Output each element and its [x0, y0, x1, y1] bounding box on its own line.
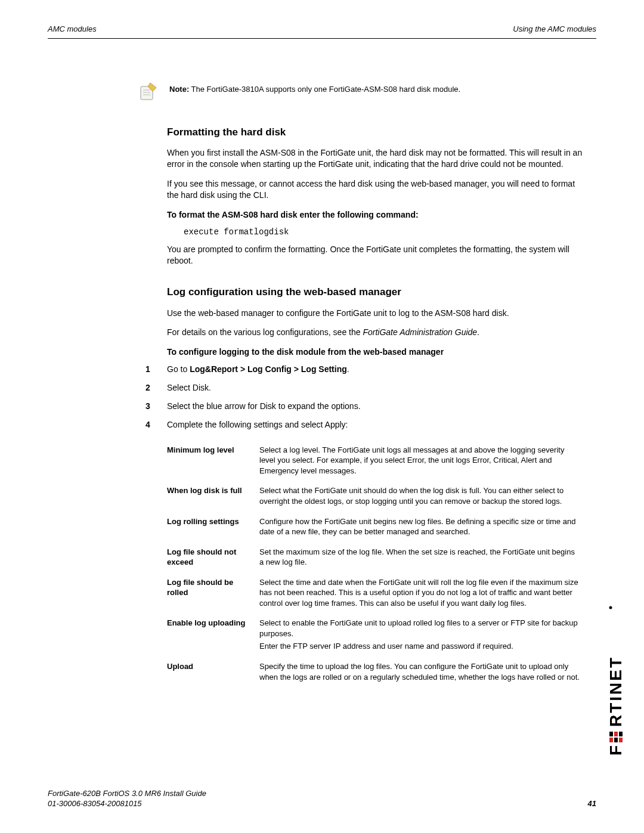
- instruction-heading: To configure logging to the disk module …: [167, 346, 584, 358]
- svg-rect-10: [619, 732, 623, 736]
- svg-rect-9: [619, 738, 623, 742]
- instruction-heading: To format the ASM-S08 hard disk enter th…: [167, 209, 584, 221]
- setting-desc: Set the maximum size of the log file. Wh…: [259, 543, 584, 574]
- guide-reference: FortiGate Administration Guide: [363, 327, 477, 337]
- footer-doc-id: 01-30006-83054-20081015: [48, 798, 206, 809]
- header-right: Using the AMC modules: [513, 24, 596, 35]
- setting-label: Minimum log level: [167, 441, 259, 482]
- setting-desc: Select what the FortiGate unit should do…: [259, 482, 584, 512]
- svg-rect-5: [609, 738, 613, 742]
- step-item: 3 Select the blue arrow for Disk to expa…: [167, 401, 584, 412]
- svg-text:F: F: [607, 744, 625, 755]
- note-block: Note: The FortiGate-3810A supports only …: [137, 80, 584, 102]
- page-header: AMC modules Using the AMC modules: [48, 24, 596, 39]
- step-number: 4: [145, 419, 150, 431]
- settings-table: Minimum log level Select a log level. Th…: [167, 441, 584, 688]
- setting-label: Upload: [167, 658, 259, 688]
- table-row: Upload Specify the time to upload the lo…: [167, 658, 584, 688]
- setting-label: Log file should be rolled: [167, 574, 259, 615]
- footer-left: FortiGate-620B FortiOS 3.0 MR6 Install G…: [48, 788, 206, 809]
- note-icon: [137, 80, 159, 102]
- document-page: AMC modules Using the AMC modules Note: …: [0, 0, 644, 833]
- header-left: AMC modules: [48, 24, 97, 35]
- body-text: If you see this message, or cannot acces…: [167, 178, 584, 201]
- setting-desc: Select to enable the FortiGate unit to u…: [259, 614, 584, 658]
- nav-path: Log&Report > Log Config > Log Setting: [190, 364, 347, 374]
- section-heading-formatting: Formatting the hard disk: [167, 126, 584, 140]
- body-text: For details on the various log configura…: [167, 327, 584, 338]
- setting-label: Enable log uploading: [167, 614, 259, 658]
- fortinet-logo: F RTINET: [607, 600, 627, 755]
- page-number: 41: [588, 798, 596, 809]
- setting-desc: Specify the time to upload the log files…: [259, 658, 584, 688]
- cli-command: execute formatlogdisk: [184, 227, 584, 238]
- table-row: Enable log uploading Select to enable th…: [167, 614, 584, 658]
- step-list: 1 Go to Log&Report > Log Config > Log Se…: [167, 364, 584, 431]
- table-row: Log file should not exceed Set the maxim…: [167, 543, 584, 574]
- step-item: 1 Go to Log&Report > Log Config > Log Se…: [167, 364, 584, 375]
- section-heading-log-config: Log configuration using the web-based ma…: [167, 286, 584, 299]
- footer-guide-title: FortiGate-620B FortiOS 3.0 MR6 Install G…: [48, 788, 206, 799]
- step-number: 3: [145, 401, 150, 412]
- svg-point-12: [609, 606, 612, 609]
- svg-text:RTINET: RTINET: [607, 656, 625, 727]
- setting-label: When log disk is full: [167, 482, 259, 512]
- note-body: The FortiGate-3810A supports only one Fo…: [189, 85, 460, 94]
- note-text: Note: The FortiGate-3810A supports only …: [169, 80, 460, 95]
- setting-label: Log file should not exceed: [167, 543, 259, 574]
- body-text: Use the web-based manager to configure t…: [167, 308, 584, 319]
- table-row: Log file should be rolled Select the tim…: [167, 574, 584, 615]
- setting-desc: Configure how the FortiGate unit begins …: [259, 513, 584, 543]
- step-item: 4 Complete the following settings and se…: [167, 419, 584, 431]
- table-row: When log disk is full Select what the Fo…: [167, 482, 584, 512]
- body-text: When you first install the ASM-S08 in th…: [167, 147, 584, 170]
- step-number: 1: [145, 364, 150, 375]
- table-row: Minimum log level Select a log level. Th…: [167, 441, 584, 482]
- main-content: Note: The FortiGate-3810A supports only …: [167, 80, 584, 689]
- svg-rect-7: [614, 738, 618, 742]
- page-footer: FortiGate-620B FortiOS 3.0 MR6 Install G…: [48, 788, 596, 809]
- setting-desc: Select a log level. The FortiGate unit l…: [259, 441, 584, 482]
- note-label: Note:: [169, 85, 189, 94]
- svg-rect-6: [609, 732, 613, 736]
- step-number: 2: [145, 382, 150, 394]
- body-text: You are prompted to confirm the formatti…: [167, 244, 584, 267]
- svg-rect-8: [614, 732, 618, 736]
- table-row: Log rolling settings Configure how the F…: [167, 513, 584, 543]
- setting-desc: Select the time and date when the FortiG…: [259, 574, 584, 615]
- step-item: 2 Select Disk.: [167, 382, 584, 394]
- setting-label: Log rolling settings: [167, 513, 259, 543]
